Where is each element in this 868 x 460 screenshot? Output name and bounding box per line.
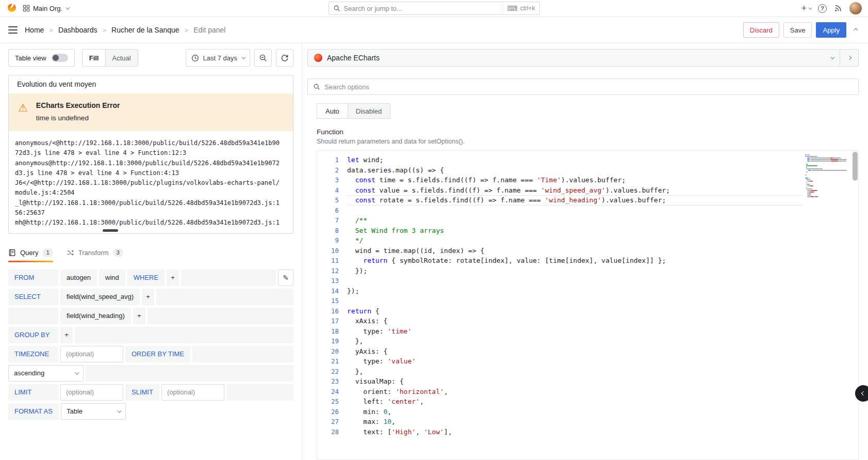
actual-button[interactable]: Actual bbox=[105, 50, 137, 66]
help-button[interactable]: ? bbox=[818, 4, 827, 13]
select-label[interactable]: SELECT bbox=[8, 289, 58, 305]
menu-toggle-icon[interactable] bbox=[8, 25, 18, 35]
horizontal-scrollbar[interactable] bbox=[103, 229, 118, 232]
echarts-logo-icon bbox=[314, 54, 322, 62]
code-line[interactable]: min: 0, bbox=[347, 407, 802, 417]
zoom-out-button[interactable] bbox=[254, 49, 272, 67]
refresh-button[interactable] bbox=[276, 49, 293, 67]
breadcrumb-dashboards[interactable]: Dashboards bbox=[58, 26, 97, 34]
stack-trace-line: 72d3.js line 478 > eval line 4 > Functio… bbox=[15, 148, 287, 158]
code-line[interactable]: wind = time.map((id, index) => { bbox=[347, 246, 802, 256]
user-avatar[interactable] bbox=[849, 2, 862, 14]
code-line[interactable]: xAxis: { bbox=[347, 316, 802, 326]
select-field-segment[interactable]: field(wind_heading) bbox=[60, 308, 131, 324]
new-button[interactable]: + bbox=[801, 4, 811, 13]
line-number: 6 bbox=[317, 205, 347, 216]
query-editor: FROM autogen wind WHERE + ✎ SELECT field… bbox=[8, 269, 293, 420]
select-field-segment[interactable]: field(wind_speed_avg) bbox=[60, 289, 140, 305]
apply-button[interactable]: Apply bbox=[816, 22, 846, 38]
code-line[interactable]: data.series.map((s) => { bbox=[347, 165, 802, 176]
format-select[interactable]: Table bbox=[61, 403, 126, 420]
code-line[interactable]: const rotate = s.fields.find((f) => f.na… bbox=[347, 195, 802, 205]
code-line[interactable] bbox=[347, 205, 802, 216]
line-number: 15 bbox=[317, 296, 347, 306]
chevron-down-icon bbox=[75, 370, 79, 374]
code-line[interactable]: const time = s.fields.find((f) => f.name… bbox=[347, 175, 802, 185]
top-bar: Main Org. ⌨ ctrl+k + bbox=[0, 0, 868, 17]
limit-input[interactable] bbox=[60, 384, 123, 401]
where-add-button[interactable]: + bbox=[167, 269, 179, 286]
code-line[interactable]: }); bbox=[347, 266, 802, 276]
code-line[interactable]: }); bbox=[347, 286, 802, 296]
news-button[interactable] bbox=[834, 4, 842, 12]
transform-count-badge: 3 bbox=[113, 248, 123, 257]
global-search-input[interactable] bbox=[344, 5, 499, 12]
options-search[interactable] bbox=[307, 78, 859, 95]
collapse-options-button[interactable] bbox=[840, 50, 858, 66]
code-editor[interactable]: 1234567891011121314151617181920212223242… bbox=[317, 150, 859, 460]
from-label[interactable]: FROM bbox=[8, 269, 58, 286]
save-button[interactable]: Save bbox=[783, 22, 812, 38]
code-line[interactable]: type: 'value' bbox=[347, 356, 802, 367]
vertical-scrollbar[interactable] bbox=[851, 151, 858, 459]
breadcrumb-dashboard-name[interactable]: Rucher de la Sanque bbox=[111, 26, 179, 34]
row-filler bbox=[181, 269, 276, 286]
grafana-logo-icon[interactable] bbox=[6, 3, 18, 14]
from-measurement-segment[interactable]: wind bbox=[99, 269, 125, 286]
select-add-button[interactable]: + bbox=[133, 308, 145, 324]
slimit-input[interactable] bbox=[161, 384, 224, 401]
mode-auto-button[interactable]: Auto bbox=[317, 103, 348, 119]
line-number: 3 bbox=[317, 175, 347, 185]
code-line[interactable]: type: 'time' bbox=[347, 326, 802, 337]
select-add-button[interactable]: + bbox=[142, 289, 154, 305]
code-line[interactable] bbox=[347, 276, 802, 286]
code-line[interactable]: Set Wind from 3 arrays bbox=[347, 226, 802, 236]
order-direction-select[interactable]: ascending bbox=[8, 365, 84, 382]
from-policy-segment[interactable]: autogen bbox=[60, 269, 97, 286]
line-number: 22 bbox=[317, 367, 347, 377]
topbar-right: + ? bbox=[540, 2, 862, 14]
scrollbar-thumb[interactable] bbox=[853, 152, 858, 181]
stack-trace-line: J6</<@http://192.168.1.18:3000/public/pl… bbox=[15, 178, 287, 188]
code-line[interactable]: const value = s.fields.find((f) => f.nam… bbox=[347, 185, 802, 196]
code-line[interactable]: return { bbox=[347, 306, 802, 316]
line-number: 17 bbox=[317, 316, 347, 326]
code-line[interactable]: text: ['High', 'Low'], bbox=[347, 427, 802, 437]
mode-disabled-button[interactable]: Disabled bbox=[348, 104, 390, 118]
group-by-add-button[interactable]: + bbox=[60, 327, 73, 343]
code-content[interactable]: let wind;data.series.map((s) => { const … bbox=[347, 151, 802, 459]
code-line[interactable]: let wind; bbox=[347, 155, 802, 165]
tab-query[interactable]: Query 1 bbox=[8, 246, 53, 262]
code-line[interactable]: /** bbox=[347, 215, 802, 226]
discard-button[interactable]: Discard bbox=[743, 22, 779, 38]
code-line[interactable]: visualMap: { bbox=[347, 376, 802, 387]
minimap[interactable] bbox=[802, 151, 851, 459]
tab-transform[interactable]: Transform 3 bbox=[67, 246, 123, 262]
org-switcher[interactable]: Main Org. bbox=[23, 5, 69, 12]
options-search-input[interactable] bbox=[324, 83, 853, 91]
code-line[interactable]: orient: 'horizontal', bbox=[347, 387, 802, 397]
stack-trace[interactable]: anonymous/<@http://192.168.1.18:3000/pub… bbox=[9, 131, 293, 233]
plugin-section-toggle[interactable]: Apache ECharts bbox=[308, 54, 840, 62]
breadcrumb-home[interactable]: Home bbox=[25, 26, 44, 34]
code-line[interactable]: }, bbox=[347, 367, 802, 377]
code-line[interactable]: return { symbolRotate: rotate[index], va… bbox=[347, 256, 802, 266]
where-label[interactable]: WHERE bbox=[127, 269, 165, 286]
code-line[interactable]: left: 'center', bbox=[347, 396, 802, 407]
code-line[interactable]: }, bbox=[347, 336, 802, 346]
code-line[interactable]: max: 10, bbox=[347, 417, 802, 427]
global-search[interactable]: ⌨ ctrl+k bbox=[329, 2, 540, 15]
line-number: 14 bbox=[317, 286, 347, 296]
collapse-editor-button[interactable] bbox=[850, 23, 860, 37]
open-side-panel-button[interactable] bbox=[855, 385, 868, 402]
time-range-picker[interactable]: Last 7 days bbox=[186, 49, 251, 67]
group-by-label[interactable]: GROUP BY bbox=[8, 327, 58, 343]
code-line[interactable]: */ bbox=[347, 235, 802, 246]
code-line[interactable]: yAxis: { bbox=[347, 346, 802, 357]
code-line[interactable] bbox=[347, 296, 802, 306]
fill-button[interactable]: Fill bbox=[82, 49, 106, 67]
query-edit-button[interactable]: ✎ bbox=[278, 269, 293, 286]
format-as-label: FORMAT AS bbox=[8, 403, 59, 420]
timezone-input[interactable] bbox=[60, 346, 123, 362]
table-view-toggle[interactable] bbox=[52, 54, 68, 62]
